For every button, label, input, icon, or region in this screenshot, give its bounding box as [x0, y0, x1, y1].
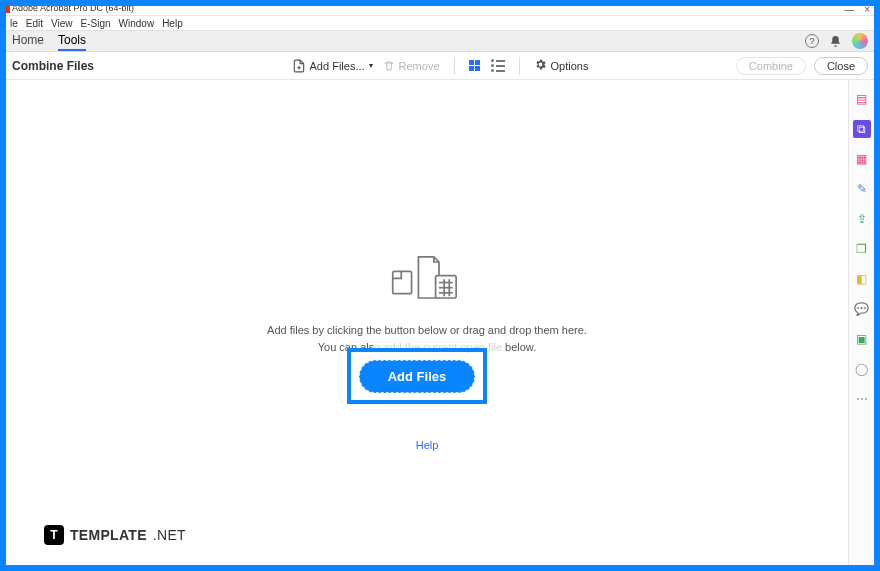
- notifications-icon[interactable]: [829, 35, 842, 48]
- tab-home[interactable]: Home: [12, 31, 44, 51]
- help-icon[interactable]: ?: [805, 34, 819, 48]
- content-area[interactable]: Add files by clicking the button below o…: [6, 80, 848, 565]
- create-pdf-icon[interactable]: ▤: [853, 90, 871, 108]
- menu-bar: le Edit View E-Sign Window Help: [6, 16, 874, 30]
- app-tabs-bar: Home Tools ?: [6, 30, 874, 52]
- window-minimize-icon[interactable]: —: [844, 6, 854, 15]
- toolbar-separator: [519, 57, 520, 75]
- tab-tools[interactable]: Tools: [58, 31, 86, 51]
- menu-esign[interactable]: E-Sign: [81, 18, 111, 29]
- chevron-down-icon: ▾: [369, 61, 373, 70]
- toolbar-options[interactable]: Options: [534, 58, 589, 74]
- empty-text-line2b: below.: [502, 341, 536, 353]
- toolbar-add-files-label: Add Files...: [310, 60, 365, 72]
- empty-text-line1: Add files by clicking the button below o…: [217, 322, 637, 339]
- menu-window[interactable]: Window: [119, 18, 155, 29]
- menu-edit[interactable]: Edit: [26, 18, 43, 29]
- window-title: Adobe Acrobat Pro DC (64-bit): [12, 6, 134, 13]
- help-link[interactable]: Help: [217, 439, 637, 451]
- tutorial-highlight: Add Files: [347, 348, 487, 404]
- menu-file[interactable]: le: [10, 18, 18, 29]
- files-illustration-icon: [382, 250, 472, 310]
- tool-title: Combine Files: [12, 59, 94, 73]
- export-pdf-icon[interactable]: ⇪: [853, 210, 871, 228]
- comment-icon[interactable]: 💬: [853, 300, 871, 318]
- file-plus-icon: [292, 59, 306, 73]
- toolbar-options-label: Options: [551, 60, 589, 72]
- window-close-icon[interactable]: ×: [864, 6, 870, 15]
- watermark-brand2: .NET: [153, 527, 186, 543]
- watermark-brand1: TEMPLATE: [70, 527, 147, 543]
- sign-icon[interactable]: ✎: [853, 180, 871, 198]
- svg-rect-0: [393, 271, 412, 293]
- menu-help[interactable]: Help: [162, 18, 183, 29]
- account-avatar-icon[interactable]: [852, 33, 868, 49]
- more-tools-icon[interactable]: ⋯: [853, 390, 871, 408]
- watermark-badge: T: [44, 525, 64, 545]
- app-brand-dot: [6, 6, 10, 13]
- redact-icon[interactable]: ▣: [853, 330, 871, 348]
- trash-icon: [383, 60, 395, 72]
- protect-icon[interactable]: ◯: [853, 360, 871, 378]
- menu-view[interactable]: View: [51, 18, 73, 29]
- edit-pdf-icon[interactable]: ▦: [853, 150, 871, 168]
- view-list-icon[interactable]: [491, 59, 505, 72]
- stamp-icon[interactable]: ◧: [853, 270, 871, 288]
- gear-icon: [534, 58, 547, 74]
- toolbar-remove: Remove: [383, 60, 440, 72]
- template-net-watermark: T TEMPLATE.NET: [44, 525, 186, 545]
- toolbar-separator: [454, 57, 455, 75]
- toolbar-add-files[interactable]: Add Files... ▾: [292, 59, 373, 73]
- add-files-button[interactable]: Add Files: [359, 360, 476, 393]
- toolbar-remove-label: Remove: [399, 60, 440, 72]
- combine-toolbar: Combine Files Add Files... ▾ Remove Opti…: [6, 52, 874, 80]
- empty-state: Add files by clicking the button below o…: [217, 250, 637, 451]
- view-grid-icon[interactable]: [469, 60, 481, 72]
- combine-button: Combine: [736, 57, 806, 75]
- window-titlebar: Adobe Acrobat Pro DC (64-bit) — ×: [6, 6, 874, 16]
- right-tools-panel: ▤ ⧉ ▦ ✎ ⇪ ❐ ◧ 💬 ▣ ◯ ⋯: [848, 80, 874, 565]
- combine-icon[interactable]: ⧉: [853, 120, 871, 138]
- close-button[interactable]: Close: [814, 57, 868, 75]
- organize-icon[interactable]: ❐: [853, 240, 871, 258]
